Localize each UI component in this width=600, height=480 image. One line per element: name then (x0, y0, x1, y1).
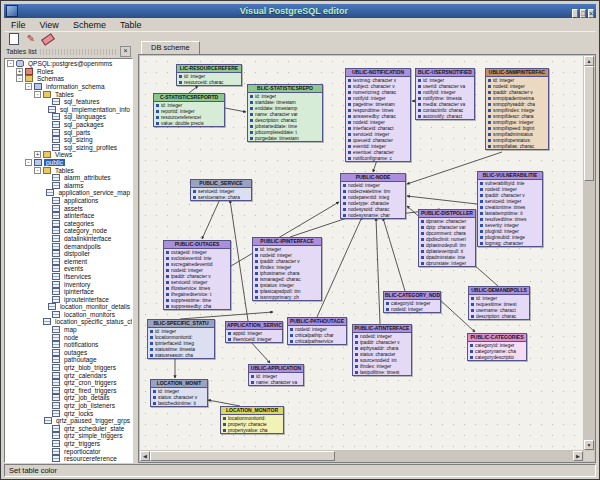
tree-item[interactable]: distpoller (7, 250, 132, 258)
dock-grip[interactable] (40, 49, 117, 55)
tree-item[interactable]: -QPSQL:postgres@openmms (7, 60, 132, 68)
tree-item[interactable]: pathoutage (7, 356, 132, 364)
tree-item[interactable]: qrtz_triggers (7, 440, 132, 448)
tree-item[interactable]: outages (7, 349, 132, 357)
tree-item[interactable]: sql_sizing (7, 136, 132, 144)
scroll-down-icon[interactable]: ▼ (584, 440, 594, 450)
tree-item[interactable]: category_node (7, 227, 132, 235)
entity-demandpolls[interactable]: UBLIC-DEMANDPOLLSid: integerrequesttime:… (468, 286, 530, 320)
entity-vulnerabilities[interactable]: BLIC-VULNERABILITIEvulnerabilityid: inte… (477, 171, 543, 247)
tree-item[interactable]: location_monitor_details (7, 303, 132, 311)
tree-item[interactable]: sql_languages (7, 113, 132, 121)
entity-pathoutage[interactable]: PUBLIC-PATHOUTAGEnodeid: integercritical… (287, 317, 347, 345)
tree-item[interactable]: resourcereference (7, 455, 132, 463)
tree-item[interactable]: sql_packages (7, 121, 132, 129)
dock-close-icon[interactable]: × (120, 46, 131, 57)
tree-expander-icon[interactable]: - (7, 60, 14, 67)
menu-table[interactable]: Table (113, 19, 149, 31)
tree-item[interactable]: qrtz_simple_triggers (7, 432, 132, 440)
tree-item[interactable]: qrtz_fired_triggers (7, 387, 132, 395)
entity-location_specific_status[interactable]: BLIC-SPECIFIC_STATUid: integerlocationmo… (147, 319, 215, 359)
entity-applications[interactable]: UBLIC-APPLICATIONid: integername: charac… (248, 364, 304, 386)
tree-item[interactable]: inventory (7, 280, 132, 288)
vertical-scrollbar[interactable]: ▲ ▼ (584, 56, 594, 450)
tree-item[interactable]: applications (7, 197, 132, 205)
entity-ipinterface[interactable]: PUBLIC-IPINTERFACEid: integernodeid: int… (252, 237, 322, 301)
tree-expander-icon[interactable]: - (34, 91, 41, 98)
tree-expander-icon[interactable]: - (16, 75, 23, 82)
tree-item[interactable]: qrtz_paused_trigger_grps (7, 417, 132, 425)
tree-item[interactable]: sql_features (7, 98, 132, 106)
erase-button[interactable] (41, 33, 55, 46)
minimize-button[interactable]: _ (572, 9, 578, 18)
tree-item[interactable]: node (7, 333, 132, 341)
tree-item[interactable]: location_specific_status_cha.. (7, 318, 132, 326)
tree-item[interactable]: +Views (7, 151, 132, 159)
tree-item[interactable]: qrtz_locks (7, 409, 132, 417)
tree-item[interactable]: ifservices (7, 273, 132, 281)
tree-item[interactable]: element (7, 257, 132, 265)
close-button[interactable]: × (588, 9, 594, 18)
menu-file[interactable]: File (4, 19, 33, 31)
tree-item[interactable]: qrtz_calendars (7, 371, 132, 379)
entity-node[interactable]: PUBLIC-NODEnodeid: integernodecreatetime… (340, 173, 406, 219)
tree-item[interactable]: -Tables (7, 90, 132, 98)
entity-distpoller[interactable]: PUBLIC-DISTPOLLERdpname: characterdpip: … (418, 209, 476, 267)
tree-item[interactable]: datalinkinterface (7, 235, 132, 243)
tables-list-header[interactable]: Tables list × (4, 46, 133, 57)
entity-category_node[interactable]: BLIC-CATEGORY_NODcategoryid: integernode… (383, 291, 441, 313)
entity-service[interactable]: PUBLIC_SERVICEserviceid: integerservicen… (190, 179, 252, 201)
horizontal-scrollbar[interactable]: ◀ ▶ (140, 451, 583, 461)
vertical-scroll-thumb[interactable] (584, 66, 594, 181)
titlebar[interactable]: Visual PostgreSQL editor _□× (4, 4, 596, 18)
tree-item[interactable]: assets (7, 204, 132, 212)
entity-categories[interactable]: PUBLIC-CATEGORIEScategoryid: integercate… (467, 333, 527, 361)
entity-snmpinterface[interactable]: UBLIC-SNMPINTERFACid: integernodeid: int… (485, 68, 549, 150)
tree-item[interactable]: qrtz_blob_triggers (7, 364, 132, 372)
tree-item[interactable]: demandpolls (7, 242, 132, 250)
entity-statisticsreport[interactable]: BLIC-STATISTICSREPOid: integerstartdate:… (247, 84, 323, 142)
tree-item[interactable]: iprouteinterface (7, 295, 132, 303)
maximize-button[interactable]: □ (580, 9, 586, 18)
tree-expander-icon[interactable]: - (34, 167, 41, 174)
entity-location_monitors[interactable]: LOCATION_MONITid: integerstatus: charact… (150, 379, 208, 407)
tree-item[interactable]: categories (7, 219, 132, 227)
entity-application_service_map[interactable]: APPLICATION_SERVICappid: integerifservic… (225, 321, 283, 343)
tree-item[interactable]: alarm_attributes (7, 174, 132, 182)
tree-item[interactable]: sql_sizing_profiles (7, 144, 132, 152)
tree-item[interactable]: qrtz_cron_triggers (7, 379, 132, 387)
scroll-up-icon[interactable]: ▲ (584, 56, 594, 66)
entity-resourcereference[interactable]: LIC-RESOURCEREFEREid: integerresourceid:… (176, 64, 242, 86)
tree-item[interactable]: -information_schema (7, 83, 132, 91)
tree-item[interactable]: sql_parts (7, 128, 132, 136)
tree-item[interactable]: qrtz_job_details (7, 394, 132, 402)
tree-item[interactable]: alarms (7, 182, 132, 190)
tree-item[interactable]: location_monitors (7, 311, 132, 319)
tree-expander-icon[interactable]: - (25, 159, 32, 166)
tree-item[interactable]: qrtz_scheduler_state (7, 425, 132, 433)
scroll-right-icon[interactable]: ▶ (573, 451, 583, 461)
entity-atinterface[interactable]: PUBLIC-ATINTERFACEnodeid: integeripaddr:… (352, 324, 412, 376)
entity-location_monitor_details[interactable]: LOCATION_MONITORlocationmonitorid:proper… (220, 406, 284, 434)
tree-item[interactable]: notifications (7, 341, 132, 349)
entity-notifications[interactable]: UBLIC-NOTIFICATIONtextmsg: character vsu… (345, 68, 411, 162)
tree-expander-icon[interactable]: - (25, 83, 32, 90)
menu-scheme[interactable]: Scheme (66, 19, 113, 31)
tree-item[interactable]: atinterface (7, 212, 132, 220)
tree-item[interactable]: ipinterface (7, 288, 132, 296)
tree-item[interactable]: qrtz_job_listeners (7, 402, 132, 410)
tab-db-scheme[interactable]: DB scheme (141, 41, 200, 54)
tree-expander-icon[interactable]: + (34, 151, 41, 158)
tree-item[interactable]: events (7, 265, 132, 273)
entity-statisticsreportdata[interactable]: C-STATISTICSREPORTDid: integerreportid: … (153, 93, 225, 127)
tree-item[interactable]: -Tables (7, 166, 132, 174)
horizontal-scroll-thumb[interactable] (150, 451, 335, 461)
tree-item[interactable]: reportlocator (7, 447, 132, 455)
edit-button[interactable]: ✎ (24, 33, 38, 46)
entity-usersnotified[interactable]: BLIC-USERSNOTIFIEDid: integeruserid: cha… (415, 68, 475, 120)
tree-item[interactable]: application_service_map (7, 189, 132, 197)
entity-outages[interactable]: PUBLIC-OUTAGESoutageid: integersvclostev… (163, 240, 231, 310)
new-scheme-button[interactable] (7, 33, 21, 46)
tree-item[interactable]: -Schemas (7, 75, 132, 83)
tree-item[interactable]: -public (7, 159, 132, 167)
